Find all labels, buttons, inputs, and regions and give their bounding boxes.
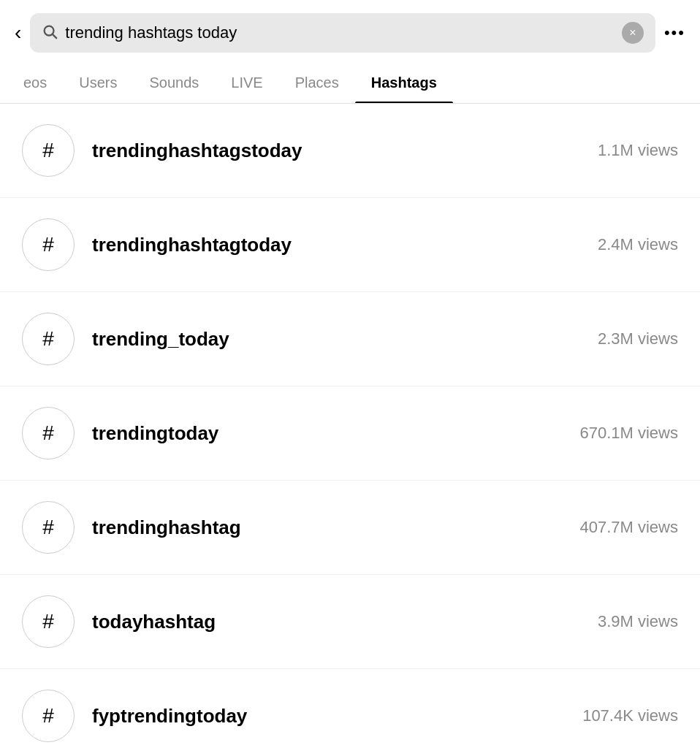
clear-search-button[interactable]: × xyxy=(622,22,644,44)
hashtag-views: 107.4K views xyxy=(582,706,678,725)
hashtag-name: trendinghashtag xyxy=(92,516,562,539)
hashtag-info: trendinghashtag xyxy=(92,516,562,539)
hash-symbol: # xyxy=(42,233,54,256)
hashtag-views: 2.4M views xyxy=(598,235,678,254)
hashtag-name: fyptrendingtoday xyxy=(92,705,565,728)
search-query: trending hashtags today xyxy=(65,23,615,42)
hashtag-icon: # xyxy=(22,407,75,459)
hashtag-item[interactable]: # trendinghashtagtoday 2.4M views xyxy=(0,198,700,292)
hashtag-icon: # xyxy=(22,595,75,648)
search-icon xyxy=(42,23,58,43)
tab-users[interactable]: Users xyxy=(63,63,133,103)
search-bar[interactable]: trending hashtags today × xyxy=(30,13,655,53)
tab-places[interactable]: Places xyxy=(279,63,355,103)
hashtag-item[interactable]: # trendinghashtag 407.7M views xyxy=(0,481,700,575)
hashtag-item[interactable]: # todayhashtag 3.9M views xyxy=(0,575,700,669)
hashtag-views: 3.9M views xyxy=(598,612,678,631)
tab-videos[interactable]: eos xyxy=(7,63,63,103)
more-options-button[interactable]: ••• xyxy=(664,23,685,42)
hashtag-info: trendingtoday xyxy=(92,422,562,445)
hashtag-info: trendinghashtagstoday xyxy=(92,140,580,162)
hashtag-info: trendinghashtagtoday xyxy=(92,234,580,256)
hashtag-name: todayhashtag xyxy=(92,611,580,633)
back-button[interactable]: ‹ xyxy=(15,23,21,43)
hash-symbol: # xyxy=(42,421,54,445)
tab-live[interactable]: LIVE xyxy=(215,63,278,103)
hashtag-views: 2.3M views xyxy=(598,329,678,348)
hashtag-icon: # xyxy=(22,124,75,177)
hashtag-icon: # xyxy=(22,690,75,742)
hashtag-name: trending_today xyxy=(92,328,580,351)
hashtag-info: todayhashtag xyxy=(92,611,580,633)
hashtag-list: # trendinghashtagstoday 1.1M views # tre… xyxy=(0,104,700,748)
hash-symbol: # xyxy=(42,139,54,162)
tab-hashtags[interactable]: Hashtags xyxy=(355,63,453,103)
hashtag-views: 407.7M views xyxy=(579,518,678,537)
hashtag-name: trendinghashtagstoday xyxy=(92,140,580,162)
header: ‹ trending hashtags today × ••• xyxy=(0,0,700,63)
hashtag-name: trendingtoday xyxy=(92,422,562,445)
hashtag-views: 1.1M views xyxy=(598,141,678,160)
hashtag-item[interactable]: # trendingtoday 670.1M views xyxy=(0,386,700,481)
hashtag-info: fyptrendingtoday xyxy=(92,705,565,728)
hash-symbol: # xyxy=(42,516,54,539)
hashtag-icon: # xyxy=(22,501,75,554)
hashtag-views: 670.1M views xyxy=(579,424,678,443)
hashtag-icon: # xyxy=(22,313,75,365)
hashtag-item[interactable]: # fyptrendingtoday 107.4K views xyxy=(0,669,700,748)
tab-sounds[interactable]: Sounds xyxy=(133,63,215,103)
hash-symbol: # xyxy=(42,610,54,633)
hash-symbol: # xyxy=(42,327,54,351)
hashtag-item[interactable]: # trending_today 2.3M views xyxy=(0,292,700,386)
hash-symbol: # xyxy=(42,704,54,728)
hashtag-icon: # xyxy=(22,218,75,271)
hashtag-info: trending_today xyxy=(92,328,580,351)
tabs-bar: eosUsersSoundsLIVEPlacesHashtags xyxy=(0,63,700,104)
svg-line-1 xyxy=(53,34,56,38)
hashtag-item[interactable]: # trendinghashtagstoday 1.1M views xyxy=(0,104,700,198)
hashtag-name: trendinghashtagtoday xyxy=(92,234,580,256)
